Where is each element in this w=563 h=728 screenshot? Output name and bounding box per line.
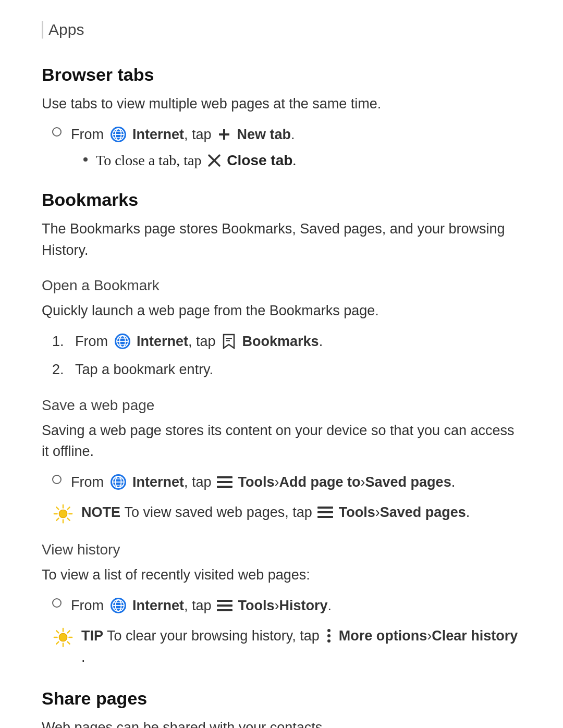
arrow-tip: › [427,625,432,647]
menu-icon-save [217,476,232,488]
svg-line-35 [68,507,70,509]
svg-line-56 [68,631,70,633]
svg-line-34 [68,519,70,521]
tap-text-bm: , tap [188,331,219,352]
saved-pages-label-note: Saved pages [380,502,466,523]
instruction-new-tab-content: From Internet , tap New tab [71,124,295,145]
section-bookmarks: Bookmarks The Bookmarks page stores Book… [42,190,521,668]
svg-rect-39 [317,516,333,518]
bookmarks-description: The Bookmarks page stores Bookmarks, Sav… [42,218,521,261]
svg-point-59 [327,634,331,637]
period-note: . [466,502,470,523]
from-text-1: From [71,124,108,145]
instruction-save-page: From Internet , tap [52,472,521,493]
note-saved-pages: NOTE To view saved web pages, tap Tools … [52,502,521,525]
svg-rect-26 [217,481,232,483]
tip-lightbulb-icon [52,626,74,649]
instruction-close-tab: To close a tab, tap Close tab . [83,152,521,169]
svg-point-58 [327,629,331,632]
internet-label-bm: Internet [133,331,189,352]
svg-rect-27 [217,486,232,488]
page-container: Apps Browser tabs Use tabs to view multi… [0,0,563,728]
bookmark-icon-1 [221,334,237,349]
subheading-open-bookmark: Open a Bookmark [42,277,521,294]
saved-pages-label: Saved pages [365,472,451,493]
numbered-1-content: From Internet , tap [75,331,323,352]
note-content-1: NOTE To view saved web pages, tap Tools … [81,502,470,523]
history-label: History [279,595,328,616]
section-browser-tabs: Browser tabs Use tabs to view multiple w… [42,65,521,169]
section-heading-share-pages: Share pages [42,688,521,709]
share-pages-description: Web pages can be shared with your contac… [42,717,521,728]
svg-line-33 [56,507,58,509]
tap-text-save: , tap [184,472,215,493]
tap-bookmark-text: Tap a bookmark entry. [75,359,213,380]
internet-icon-save [109,473,127,491]
internet-label-history: Internet [129,595,185,616]
tip-label-1: TIP [81,625,107,647]
browser-tabs-description: Use tabs to view multiple web pages at t… [42,93,521,115]
tools-label-history: Tools [234,595,275,616]
from-text-save: From [71,472,108,493]
arrow-2: › [361,472,365,493]
svg-rect-47 [217,604,232,607]
header: Apps [42,21,521,39]
period-1: . [291,124,295,145]
note-label-1: NOTE [81,502,125,523]
svg-rect-25 [217,476,232,478]
instruction-close-tab-content: To close a tab, tap Close tab . [96,152,296,169]
svg-rect-46 [217,600,232,602]
from-text-history: From [71,595,108,616]
subheading-view-history: View history [42,541,521,558]
tools-label-note: Tools [335,502,375,523]
svg-rect-37 [317,507,333,509]
from-text-bm: From [75,331,112,352]
svg-rect-7 [219,133,229,135]
period-tip: . [81,647,85,668]
history-content: From Internet , tap [71,595,332,616]
number-2: 2. [52,359,71,380]
tap-text-history: , tap [184,595,215,616]
section-heading-browser-tabs: Browser tabs [42,65,521,85]
svg-point-28 [59,510,67,517]
new-tab-label: New tab [233,124,291,145]
period-save: . [451,472,456,493]
internet-icon-bm [114,332,131,350]
period-history: . [328,595,332,616]
svg-line-54 [56,631,58,633]
tip-text-1: To clear your browsing history, tap [107,625,323,647]
subsection-view-history: View history To view a list of recently … [42,541,521,668]
svg-line-57 [56,642,58,644]
bookmarks-label: Bookmarks [238,331,319,352]
svg-point-60 [327,639,331,643]
svg-point-49 [59,633,67,641]
svg-line-36 [56,519,58,521]
subheading-save-web-page: Save a web page [42,397,521,414]
period-close: . [292,152,296,169]
save-web-page-description: Saving a web page stores its content on … [42,420,521,462]
menu-icon-note [317,507,333,518]
internet-label-save: Internet [129,472,185,493]
internet-label-1: Internet [129,124,185,145]
internet-icon-history [109,597,127,614]
instruction-tap-bookmark: 2. Tap a bookmark entry. [52,359,521,380]
tip-icon-1 [52,626,74,648]
number-1: 1. [52,331,71,352]
section-share-pages: Share pages Web pages can be shared with… [42,688,521,728]
more-options-label: More options [335,625,427,647]
save-page-content: From Internet , tap [71,472,455,493]
close-tab-text: To close a tab, tap [96,152,205,169]
bullet-circle-save [52,475,62,484]
svg-rect-48 [217,609,232,611]
instruction-from-internet-bookmarks: 1. From Internet , tap [52,331,521,352]
x-icon-1 [207,153,222,168]
note-text-1: To view saved web pages, tap [125,502,316,523]
section-heading-bookmarks: Bookmarks [42,190,521,210]
page-title: Apps [48,21,84,39]
view-history-description: To view a list of recently visited web p… [42,564,521,586]
arrow-note: › [375,502,380,523]
note-lightbulb-icon [52,502,74,525]
more-options-icon-1 [325,628,333,643]
period-bm: . [319,331,323,352]
instruction-history: From Internet , tap [52,595,521,616]
